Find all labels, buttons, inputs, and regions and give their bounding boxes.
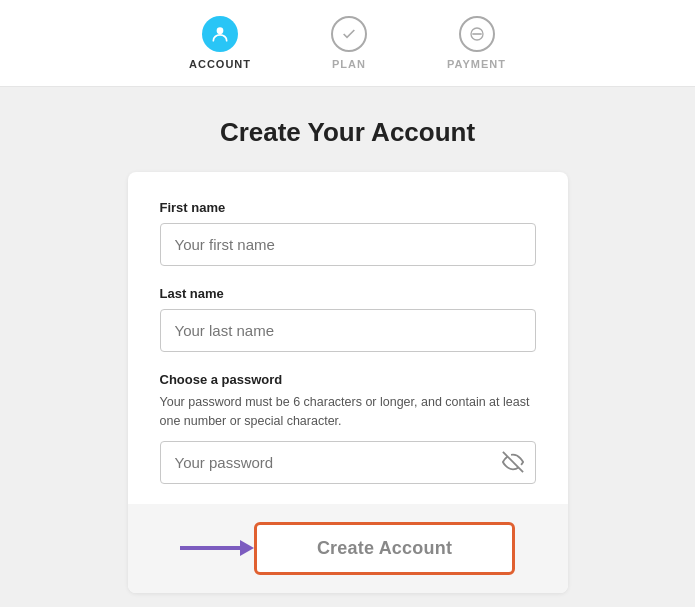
form-card: First name Last name Choose a password Y… <box>128 172 568 593</box>
first-name-label: First name <box>160 200 536 215</box>
account-icon <box>202 16 238 52</box>
toggle-password-button[interactable] <box>502 451 524 473</box>
password-input[interactable] <box>160 441 536 484</box>
last-name-input[interactable] <box>160 309 536 352</box>
arrow-head <box>240 540 254 556</box>
svg-point-0 <box>217 27 224 34</box>
password-field-wrapper <box>160 441 536 484</box>
password-section-label: Choose a password <box>160 372 536 387</box>
last-name-label: Last name <box>160 286 536 301</box>
password-group: Choose a password Your password must be … <box>160 372 536 484</box>
main-content: Create Your Account First name Last name… <box>0 87 695 607</box>
step-plan: PLAN <box>331 16 367 70</box>
create-account-button[interactable]: Create Account <box>254 522 515 575</box>
first-name-group: First name <box>160 200 536 266</box>
payment-icon <box>459 16 495 52</box>
arrow-line <box>180 546 240 550</box>
first-name-input[interactable] <box>160 223 536 266</box>
step-account: ACCOUNT <box>189 16 251 70</box>
step-account-label: ACCOUNT <box>189 58 251 70</box>
stepper: ACCOUNT PLAN PAYMENT <box>0 0 695 87</box>
step-payment-label: PAYMENT <box>447 58 506 70</box>
plan-icon <box>331 16 367 52</box>
password-hint: Your password must be 6 characters or lo… <box>160 393 536 431</box>
arrow-wrapper <box>180 540 254 556</box>
step-plan-label: PLAN <box>332 58 366 70</box>
last-name-group: Last name <box>160 286 536 352</box>
step-payment: PAYMENT <box>447 16 506 70</box>
page-title: Create Your Account <box>220 117 475 148</box>
card-footer: Create Account <box>128 504 568 593</box>
